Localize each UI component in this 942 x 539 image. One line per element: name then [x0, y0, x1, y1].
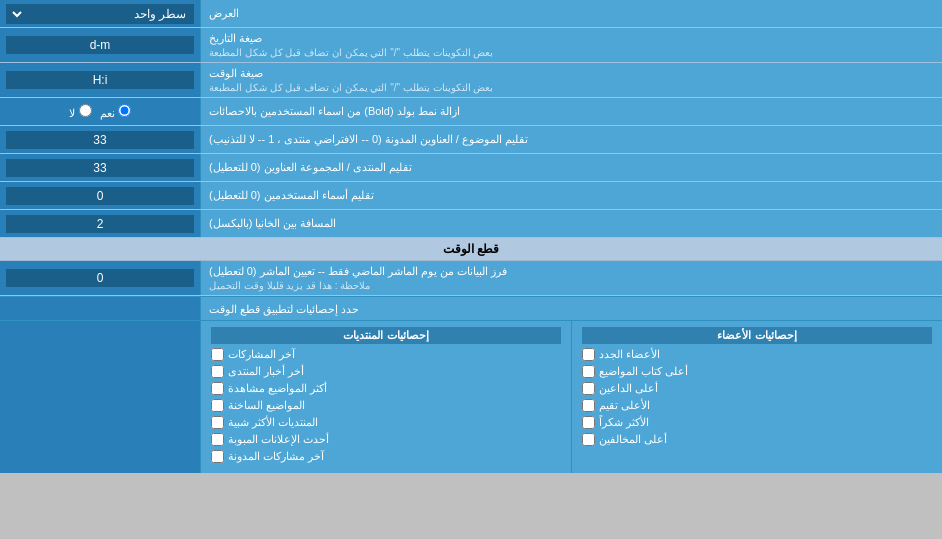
stats-apply-label: حدد إحصائيات لتطبيق قطع الوقت [200, 297, 942, 320]
checkbox-new-members: الأعضاء الجدد [582, 348, 932, 361]
new-members-checkbox[interactable] [582, 348, 595, 361]
checkbox-top-inviters: أعلى الداعين [582, 382, 932, 395]
checkbox-top-rated: الأعلى تقيم [582, 399, 932, 412]
time-cut-input-wrap: 0 [0, 261, 200, 295]
topic-address-input-wrap: 33 [0, 126, 200, 153]
classifieds-checkbox[interactable] [211, 433, 224, 446]
top-rated-checkbox[interactable] [582, 399, 595, 412]
space-between-row: المسافة بين الخانيا (بالبكسل) 2 [0, 210, 942, 238]
blog-posts-checkbox[interactable] [211, 450, 224, 463]
display-mode-select-wrap[interactable]: سطر واحد سطرين ثلاثة أسطر [6, 4, 194, 24]
main-container: العرض سطر واحد سطرين ثلاثة أسطر صيغة الت… [0, 0, 942, 473]
usernames-trim-row: تقليم أسماء المستخدمين (0 للتعطيل) 0 [0, 182, 942, 210]
checkbox-top-violators: أعلى المخالفين [582, 433, 932, 446]
usernames-trim-label: تقليم أسماء المستخدمين (0 للتعطيل) [200, 182, 942, 209]
time-cut-input[interactable]: 0 [6, 269, 194, 287]
col-members-title: إحصائيات الأعضاء [582, 327, 932, 344]
date-format-input-wrap: d-m [0, 28, 200, 62]
checkbox-similar-forums: المنتديات الأكثر شبية [211, 416, 561, 429]
topic-address-input[interactable]: 33 [6, 131, 194, 149]
top-topic-writers-checkbox[interactable] [582, 365, 595, 378]
checkbox-last-posts: آخر المشاركات [211, 348, 561, 361]
checkbox-most-viewed: أكثر المواضيع مشاهدة [211, 382, 561, 395]
top-inviters-checkbox[interactable] [582, 382, 595, 395]
date-format-input[interactable]: d-m [6, 36, 194, 54]
hot-topics-checkbox[interactable] [211, 399, 224, 412]
forum-address-label: تقليم المنتدى / المجموعة العناوين (0 للت… [200, 154, 942, 181]
date-format-label: صيغة التاريخ بعض التكوينات يتطلب "/" الت… [200, 28, 942, 62]
checkbox-most-thanks: الأكثر شكراً [582, 416, 932, 429]
similar-forums-checkbox[interactable] [211, 416, 224, 429]
time-format-input[interactable]: H:i [6, 71, 194, 89]
checkbox-top-topic-writers: أعلى كتاب المواضيع [582, 365, 932, 378]
most-viewed-checkbox[interactable] [211, 382, 224, 395]
last-posts-checkbox[interactable] [211, 348, 224, 361]
time-section-header: قطع الوقت [0, 238, 942, 261]
time-cut-row: فرز البيانات من يوم الماشر الماضي فقط --… [0, 261, 942, 296]
topic-address-label: تقليم الموضوع / العناوين المدونة (0 -- ا… [200, 126, 942, 153]
bold-radio-group: نعم لا [69, 104, 130, 120]
bold-yes-radio[interactable] [118, 104, 131, 117]
checkbox-hot-topics: المواضيع الساخنة [211, 399, 561, 412]
checkboxes-area: إحصائيات الأعضاء الأعضاء الجدد أعلى كتاب… [0, 320, 942, 473]
date-format-row: صيغة التاريخ بعض التكوينات يتطلب "/" الت… [0, 28, 942, 63]
usernames-trim-input[interactable]: 0 [6, 187, 194, 205]
space-between-input[interactable]: 2 [6, 215, 194, 233]
space-between-label: المسافة بين الخانيا (بالبكسل) [200, 210, 942, 237]
checkbox-col-members: إحصائيات الأعضاء الأعضاء الجدد أعلى كتاب… [571, 321, 942, 473]
bold-no-radio[interactable] [79, 104, 92, 117]
checkbox-col-forums: إحصائيات المنتديات آخر المشاركات أخر أخب… [200, 321, 571, 473]
time-format-input-wrap: H:i [0, 63, 200, 97]
bold-no-label: لا [69, 104, 91, 120]
topic-address-row: تقليم الموضوع / العناوين المدونة (0 -- ا… [0, 126, 942, 154]
forum-news-checkbox[interactable] [211, 365, 224, 378]
col-forums-title: إحصائيات المنتديات [211, 327, 561, 344]
most-thanks-checkbox[interactable] [582, 416, 595, 429]
time-cut-label: فرز البيانات من يوم الماشر الماضي فقط --… [200, 261, 942, 295]
checkbox-col-empty [0, 321, 200, 473]
bold-usernames-row: ازالة نمط بولد (Bold) من اسماء المستخدمي… [0, 98, 942, 126]
usernames-trim-input-wrap: 0 [0, 182, 200, 209]
display-mode-label: العرض [200, 0, 942, 27]
stats-apply-row: حدد إحصائيات لتطبيق قطع الوقت [0, 296, 942, 320]
forum-address-row: تقليم المنتدى / المجموعة العناوين (0 للت… [0, 154, 942, 182]
time-format-row: صيغة الوقت بعض التكوينات يتطلب "/" التي … [0, 63, 942, 98]
checkbox-blog-posts: آخر مشاركات المدونة [211, 450, 561, 463]
space-between-input-wrap: 2 [0, 210, 200, 237]
top-violators-checkbox[interactable] [582, 433, 595, 446]
bold-usernames-input-wrap: نعم لا [0, 98, 200, 125]
display-mode-input: سطر واحد سطرين ثلاثة أسطر [0, 0, 200, 27]
bold-yes-label: نعم [100, 104, 131, 120]
time-format-label: صيغة الوقت بعض التكوينات يتطلب "/" التي … [200, 63, 942, 97]
checkbox-classifieds: أحدث الإعلانات المبوبة [211, 433, 561, 446]
bold-usernames-label: ازالة نمط بولد (Bold) من اسماء المستخدمي… [200, 98, 942, 125]
checkbox-forum-news: أخر أخبار المنتدى [211, 365, 561, 378]
forum-address-input-wrap: 33 [0, 154, 200, 181]
forum-address-input[interactable]: 33 [6, 159, 194, 177]
display-mode-row: العرض سطر واحد سطرين ثلاثة أسطر [0, 0, 942, 28]
display-mode-select[interactable]: سطر واحد سطرين ثلاثة أسطر [10, 6, 190, 22]
